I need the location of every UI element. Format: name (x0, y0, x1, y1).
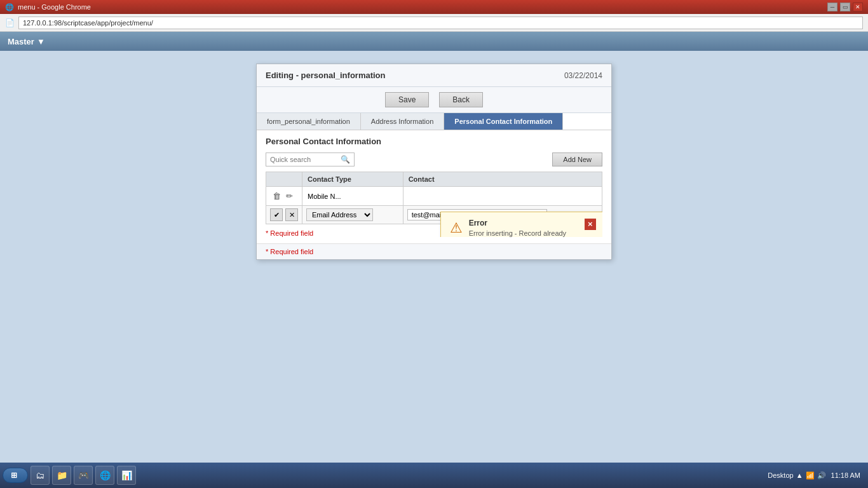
master-label: Master (8, 37, 34, 46)
search-input[interactable] (270, 156, 338, 163)
table-row: 🗑 ✏ Mobile N... (266, 187, 602, 206)
tab-form-personal-label: form_personal_information (267, 118, 350, 125)
title-bar: 🌐 menu - Google Chrome ─ ▭ ✕ (0, 0, 868, 14)
table-header-row: Contact Type Contact (266, 172, 602, 187)
cancel-new-row-button[interactable]: ✕ (285, 208, 298, 221)
section-title: Personal Contact Information (266, 137, 602, 146)
taskbar-icon-files[interactable]: 🗂 (31, 466, 50, 485)
col-contact: Contact (403, 172, 602, 187)
add-new-button[interactable]: Add New (552, 152, 602, 166)
form-actions: Save Back (257, 87, 611, 113)
master-dropdown-icon: ▼ (37, 37, 45, 46)
main-content: Editing - personal_information 03/22/201… (0, 51, 868, 273)
network-icon: 📶 (806, 471, 815, 480)
form-panel: Editing - personal_information 03/22/201… (256, 64, 612, 260)
row-action-cell: 🗑 ✏ (266, 187, 302, 206)
data-table: Contact Type Contact 🗑 ✏ (266, 172, 602, 224)
error-close-button[interactable]: × (585, 219, 596, 230)
error-title: Error (469, 219, 578, 227)
start-button[interactable]: ⊞ (3, 468, 28, 483)
form-header: Editing - personal_information 03/22/201… (257, 64, 611, 87)
taskbar-left: ⊞ 🗂 📁 🎮 🌐 📊 (3, 466, 136, 485)
nav-bar: Master ▼ (0, 32, 868, 51)
taskbar: ⊞ 🗂 📁 🎮 🌐 📊 Desktop ▲ 📶 🔊 11:18 AM (0, 463, 868, 488)
required-note-bottom: * Required field (257, 243, 611, 259)
maximize-button[interactable]: ▭ (840, 3, 850, 11)
edit-row-button[interactable]: ✏ (285, 190, 294, 202)
col-actions (266, 172, 302, 187)
browser-favicon: 🌐 (5, 3, 14, 11)
master-menu[interactable]: Master ▼ (8, 37, 45, 46)
tab-personal-contact[interactable]: Personal Contact Information (444, 113, 563, 130)
tab-address-label: Address Information (371, 118, 433, 125)
search-icon: 🔍 (341, 155, 350, 164)
col-contact-type: Contact Type (302, 172, 403, 187)
delete-row-button[interactable]: 🗑 (271, 190, 282, 202)
row-contact-value: ⚠ Error Error inserting - Record already… (403, 187, 602, 206)
page-icon: 📄 (5, 18, 15, 27)
new-row-actions: ✔ ✕ (270, 208, 298, 221)
tab-address[interactable]: Address Information (361, 113, 444, 130)
tab-personal-contact-label: Personal Contact Information (454, 118, 552, 125)
contact-type-select[interactable]: Email Address Mobile Number Phone Fax (306, 208, 373, 221)
error-message: Error inserting - Record already exists (469, 229, 578, 238)
browser-title: menu - Google Chrome (18, 3, 91, 11)
taskbar-icon-browser[interactable]: 🌐 (95, 466, 114, 485)
address-input[interactable] (18, 17, 863, 29)
system-tray-icon: ▲ (796, 471, 803, 479)
close-button[interactable]: ✕ (853, 3, 863, 11)
new-row-contact-type-cell: Email Address Mobile Number Phone Fax (302, 206, 403, 224)
contact-type-value: Mobile N... (308, 193, 341, 200)
taskbar-icon-folder[interactable]: 📁 (52, 466, 71, 485)
error-popup: ⚠ Error Error inserting - Record already… (440, 212, 602, 238)
form-date: 03/22/2014 (564, 71, 602, 80)
speaker-icon: 🔊 (817, 471, 826, 480)
content-area: Personal Contact Information 🔍 Add New C… (257, 130, 611, 243)
back-button[interactable]: Back (439, 92, 483, 107)
taskbar-right: Desktop ▲ 📶 🔊 11:18 AM (768, 471, 865, 480)
error-content: Error Error inserting - Record already e… (469, 219, 578, 238)
tabs: form_personal_information Address Inform… (257, 113, 611, 130)
taskbar-icon-media[interactable]: 🎮 (74, 466, 93, 485)
taskbar-system-icons: Desktop ▲ 📶 🔊 (768, 471, 825, 480)
new-row-action-cell: ✔ ✕ (266, 206, 302, 224)
search-box: 🔍 (266, 152, 355, 166)
desktop-label: Desktop (768, 471, 793, 479)
table-scroll-area: Contact Type Contact 🗑 ✏ (266, 172, 602, 237)
form-title: Editing - personal_information (266, 71, 386, 80)
toolbar: 🔍 Add New (266, 152, 602, 166)
taskbar-icon-app[interactable]: 📊 (117, 466, 136, 485)
title-bar-left: 🌐 menu - Google Chrome (5, 3, 91, 11)
windows-icon: ⊞ (11, 471, 17, 480)
row-actions: 🗑 ✏ (271, 190, 297, 202)
title-bar-controls: ─ ▭ ✕ (827, 3, 863, 11)
confirm-new-row-button[interactable]: ✔ (270, 208, 283, 221)
minimize-button[interactable]: ─ (827, 3, 837, 11)
taskbar-time: 11:18 AM (831, 471, 860, 479)
row-contact-type: Mobile N... (302, 187, 403, 206)
address-bar: 📄 (0, 14, 868, 32)
warning-icon: ⚠ (450, 220, 463, 236)
tab-form-personal[interactable]: form_personal_information (257, 113, 361, 130)
save-button[interactable]: Save (385, 92, 429, 107)
